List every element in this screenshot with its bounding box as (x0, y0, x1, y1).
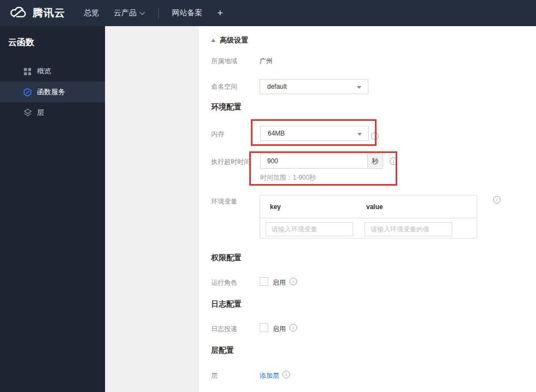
chevron-down-icon (140, 10, 145, 15)
layers-icon (23, 108, 32, 118)
envvar-key-header: key (270, 203, 281, 211)
log-enable-checkbox[interactable] (260, 323, 268, 332)
timeout-input[interactable] (261, 154, 367, 168)
sidebar-item-label: 层 (37, 108, 44, 118)
sidebar-title: 云函数 (0, 26, 105, 48)
sidebar-menu: 概览 函数服务 层 (0, 61, 105, 123)
timeout-info-icon[interactable] (390, 157, 397, 165)
namespace-selected-value: default (267, 83, 287, 90)
topbar: 腾讯云 总览 云产品 网站备案 + (0, 0, 536, 26)
nav-overview[interactable]: 总览 (84, 8, 99, 18)
sidebar-item-label: 函数服务 (37, 87, 65, 97)
secondary-panel (105, 26, 199, 392)
layer-label: 层 (211, 371, 218, 381)
log-enable-label: 启用 (273, 324, 286, 334)
caret-down-icon (357, 86, 361, 89)
log-info-icon[interactable] (289, 324, 297, 332)
timeout-unit-button[interactable]: 秒 (367, 154, 383, 168)
sidebar-item-layers[interactable]: 层 (0, 102, 105, 123)
log-label: 日志投递 (211, 324, 237, 334)
collapse-triangle-icon (211, 39, 215, 42)
memory-label: 内存 (211, 130, 224, 139)
region-value: 广州 (260, 57, 273, 66)
section-env-config: 环境配置 (211, 102, 242, 112)
sidebar: 云函数 概览 函数服务 (0, 26, 105, 392)
envvar-value-header: value (366, 203, 383, 211)
memory-selected-value: 64MB (268, 130, 285, 137)
memory-info-icon[interactable] (371, 132, 379, 140)
envvar-table-header: key value (260, 195, 477, 218)
sidebar-item-overview[interactable]: 概览 (0, 61, 105, 82)
envvar-info-icon[interactable] (493, 196, 501, 204)
tencent-cloud-logo[interactable]: 腾讯云 (9, 5, 65, 21)
brand-text: 腾讯云 (33, 6, 65, 20)
nav-divider (158, 8, 159, 19)
role-enable-label: 启用 (273, 278, 286, 287)
cloud-logo-icon (9, 5, 28, 21)
role-label: 运行角色 (211, 278, 237, 287)
memory-select[interactable]: 64MB (260, 126, 369, 141)
advanced-settings-toggle[interactable]: 高级设置 (211, 35, 248, 45)
add-layer-link[interactable]: 添加层 (260, 371, 279, 381)
function-hexagon-icon (23, 88, 32, 97)
add-tab-button[interactable]: + (217, 7, 223, 19)
role-enable-checkbox[interactable] (260, 277, 268, 286)
nav-products-label: 云产品 (114, 8, 137, 18)
section-perm-config: 权限配置 (211, 253, 242, 263)
role-info-icon[interactable] (289, 278, 297, 285)
timeout-input-group: 秒 (260, 154, 383, 169)
section-log-config: 日志配置 (211, 299, 242, 309)
nav-products-menu[interactable]: 云产品 (114, 8, 144, 18)
caret-down-icon (358, 133, 362, 136)
timeout-label: 执行超时时间 (211, 157, 250, 167)
envvar-label: 环境变量 (211, 197, 237, 206)
function-config-form: 高级设置 所属地域 广州 命名空间 default 环境配置 内存 64MB 执… (199, 26, 536, 392)
nav-beian[interactable]: 网站备案 (172, 8, 202, 18)
timeout-range-hint: 时间范围：1-900秒 (260, 173, 316, 182)
overview-grid-icon (23, 67, 32, 76)
envvar-value-input[interactable] (365, 222, 452, 236)
envvar-key-input[interactable] (266, 222, 353, 236)
sidebar-item-function-service[interactable]: 函数服务 (0, 82, 105, 102)
advanced-settings-label: 高级设置 (220, 35, 248, 45)
namespace-label: 命名空间 (211, 82, 237, 91)
sidebar-item-label: 概览 (37, 66, 51, 76)
section-layer-config: 层配置 (211, 346, 234, 356)
region-label: 所属地域 (211, 57, 237, 66)
envvar-table: key value (260, 195, 477, 238)
namespace-select[interactable]: default (260, 79, 368, 94)
layer-info-icon[interactable] (282, 371, 290, 378)
